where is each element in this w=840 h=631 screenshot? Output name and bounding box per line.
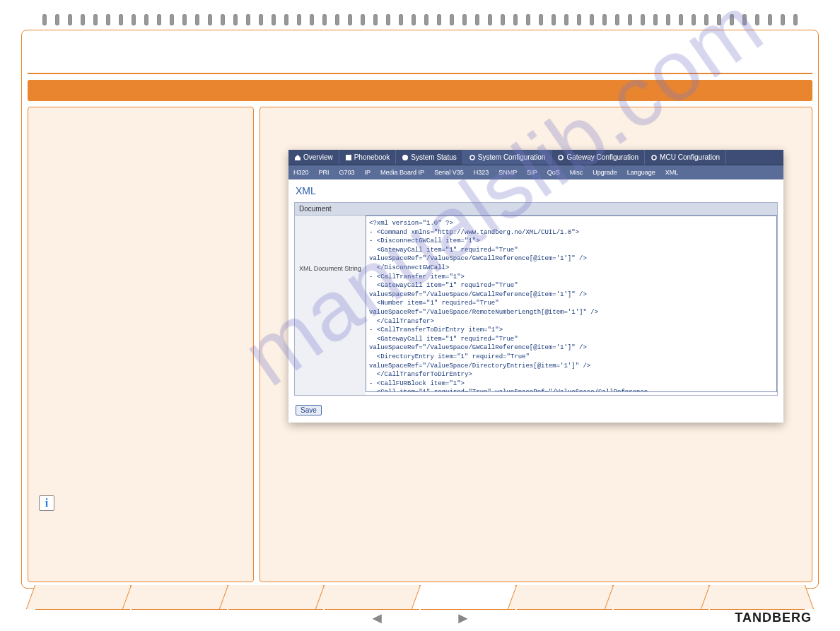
content-area: i Overview Phonebook (22, 107, 818, 588)
svg-point-2 (470, 155, 474, 160)
subtab-misc[interactable]: Misc (565, 167, 588, 178)
home-icon (294, 154, 301, 161)
subtab-sip[interactable]: SIP (522, 167, 542, 178)
bottom-tab-2[interactable] (132, 585, 226, 610)
bottom-tab-5[interactable] (421, 585, 515, 610)
info-icon: i (39, 495, 54, 511)
bottom-tab-7[interactable] (614, 585, 708, 610)
subtab-upgrade[interactable]: Upgrade (588, 167, 622, 178)
bottom-section-tabs (35, 585, 805, 610)
subtab-xml[interactable]: XML (660, 167, 684, 178)
gear-icon (651, 154, 658, 161)
tab-label: MCU Configuration (660, 153, 720, 161)
tab-overview[interactable]: Overview (288, 150, 339, 165)
tab-mcu-configuration[interactable]: MCU Configuration (645, 150, 726, 165)
book-icon (345, 154, 352, 161)
bottom-tab-3[interactable] (228, 585, 323, 610)
spiral-binding (0, 14, 840, 28)
subtab-serial-v35[interactable]: Serial V35 (429, 167, 469, 178)
subtab-g703[interactable]: G703 (334, 167, 360, 178)
bottom-tab-6[interactable] (517, 585, 612, 610)
subtab-h323[interactable]: H323 (469, 167, 494, 178)
subtab-language[interactable]: Language (622, 167, 660, 178)
page-nav: ◄ ► (369, 609, 471, 627)
svg-point-1 (402, 155, 408, 160)
subtab-ip[interactable]: IP (360, 167, 376, 178)
gear-icon (469, 154, 476, 161)
prev-page-arrow[interactable]: ◄ (369, 609, 385, 627)
svg-point-3 (559, 155, 563, 160)
xml-document-textarea[interactable] (366, 216, 777, 392)
tab-system-status[interactable]: System Status (396, 150, 462, 165)
section-title-bar (28, 80, 812, 101)
main-nav-tabs: Overview Phonebook System Status (288, 150, 783, 165)
bottom-tab-4[interactable] (325, 585, 419, 610)
section-heading: XML (288, 179, 783, 202)
right-screenshot-panel: Overview Phonebook System Status (259, 107, 812, 582)
status-icon (402, 154, 409, 161)
xml-content-wrapper (366, 216, 777, 395)
tab-gateway-configuration[interactable]: Gateway Configuration (552, 150, 645, 165)
bottom-tab-1[interactable] (35, 585, 130, 610)
xml-field-label: XML Document String (295, 216, 366, 395)
tab-label: Overview (303, 153, 333, 161)
tab-phonebook[interactable]: Phonebook (339, 150, 397, 165)
tab-system-configuration[interactable]: System Configuration (463, 150, 552, 165)
brand-logo: TANDBERG (735, 611, 812, 625)
gear-icon (557, 154, 564, 161)
save-area: Save (288, 396, 783, 423)
tab-label: System Status (411, 153, 456, 161)
tab-label: System Configuration (478, 153, 546, 161)
embedded-screenshot: Overview Phonebook System Status (288, 150, 783, 423)
subtab-h320[interactable]: H320 (288, 167, 314, 178)
tab-label: Phonebook (354, 153, 390, 161)
subtab-snmp[interactable]: SNMP (494, 167, 522, 178)
svg-point-4 (652, 155, 656, 160)
header-space (28, 30, 812, 74)
svg-rect-0 (346, 155, 351, 160)
document-body: XML Document String (294, 216, 778, 396)
left-info-panel: i (28, 107, 254, 582)
subtab-qos[interactable]: QoS (542, 167, 565, 178)
page-container: i Overview Phonebook (21, 30, 819, 589)
document-section: Document XML Document String (294, 202, 778, 396)
next-page-arrow[interactable]: ► (455, 609, 471, 627)
tab-label: Gateway Configuration (566, 153, 638, 161)
sub-nav-tabs: H320 PRI G703 IP Media Board IP Serial V… (288, 165, 783, 179)
save-button[interactable]: Save (296, 405, 322, 415)
subtab-pri[interactable]: PRI (314, 167, 334, 178)
document-header: Document (294, 202, 778, 216)
subtab-media-board-ip[interactable]: Media Board IP (375, 167, 429, 178)
bottom-tab-8[interactable] (710, 585, 805, 610)
